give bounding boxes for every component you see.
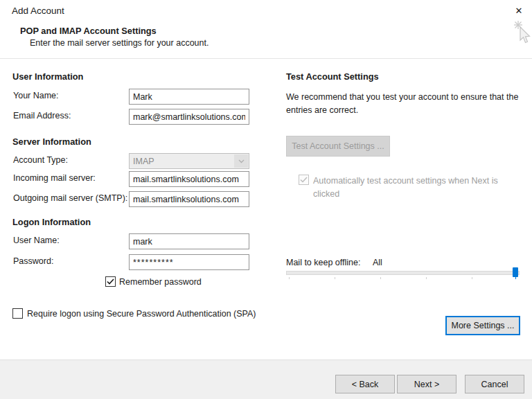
account-type-label: Account Type:: [13, 155, 68, 165]
test-account-settings-button: Test Account Settings ...: [286, 136, 390, 157]
section-heading-server-information: Server Information: [12, 136, 91, 147]
mouse-cursor-sparkle-icon: [513, 19, 532, 46]
remember-password-checkbox[interactable]: [105, 276, 116, 287]
page-subtitle: Enter the mail server settings for your …: [30, 38, 209, 48]
slider-tick-current: [515, 277, 516, 279]
incoming-mail-server-input[interactable]: [129, 171, 249, 187]
test-settings-description: We recommend that you test your account …: [286, 91, 529, 117]
password-input[interactable]: [129, 254, 249, 270]
slider-tick: [289, 277, 290, 279]
account-type-select: IMAP: [129, 153, 249, 169]
account-type-value: IMAP: [133, 157, 154, 166]
section-heading-user-information: User Information: [12, 71, 83, 82]
close-button[interactable]: ✕: [510, 2, 528, 19]
page-title: POP and IMAP Account Settings: [20, 26, 157, 36]
cancel-button[interactable]: Cancel: [465, 375, 524, 393]
slider-tick: [335, 277, 335, 279]
add-account-dialog: Add Account ✕ POP and IMAP Account Setti…: [0, 0, 532, 399]
your-name-label: Your Name:: [13, 91, 59, 100]
spa-checkbox[interactable]: [12, 308, 23, 319]
more-settings-button[interactable]: More Settings ...: [445, 316, 520, 335]
user-name-input[interactable]: [129, 233, 249, 249]
chevron-down-icon: [234, 154, 248, 168]
spa-label: Require logon using Secure Password Auth…: [27, 309, 256, 319]
mail-to-keep-offline-value: All: [373, 258, 382, 267]
more-settings-button-label: More Settings ...: [451, 321, 514, 330]
email-address-input[interactable]: [129, 109, 249, 125]
back-button-label: < Back: [352, 380, 379, 389]
auto-test-label: Automatically test account settings when…: [313, 175, 521, 201]
incoming-mail-server-label: Incoming mail server:: [13, 173, 96, 183]
offline-slider-thumb[interactable]: [513, 267, 518, 277]
slider-tick: [426, 277, 427, 279]
section-heading-test-account-settings: Test Account Settings: [286, 71, 379, 82]
your-name-input[interactable]: [129, 89, 249, 105]
outgoing-mail-server-input[interactable]: [129, 191, 249, 207]
checkmark-icon: [300, 177, 308, 183]
cancel-button-label: Cancel: [481, 380, 508, 389]
back-button[interactable]: < Back: [335, 375, 395, 393]
user-name-label: User Name:: [13, 236, 60, 245]
offline-slider-track[interactable]: [286, 271, 520, 275]
next-button[interactable]: Next >: [397, 375, 456, 393]
slider-tick: [380, 277, 381, 279]
next-button-label: Next >: [414, 380, 439, 389]
close-icon: ✕: [515, 6, 523, 16]
header-divider: [0, 58, 532, 59]
remember-password-label: Remember password: [119, 277, 202, 287]
password-label: Password:: [13, 256, 53, 266]
window-title: Add Account: [12, 6, 64, 16]
email-address-label: Email Address:: [13, 111, 71, 121]
auto-test-checkbox: [299, 175, 309, 185]
test-account-settings-button-label: Test Account Settings ...: [292, 141, 384, 151]
checkmark-icon: [107, 278, 114, 285]
section-heading-logon-information: Logon Information: [12, 217, 91, 227]
outgoing-mail-server-label: Outgoing mail server (SMTP):: [13, 193, 127, 203]
slider-tick: [472, 277, 472, 279]
mail-to-keep-offline-label: Mail to keep offline:: [286, 258, 360, 267]
